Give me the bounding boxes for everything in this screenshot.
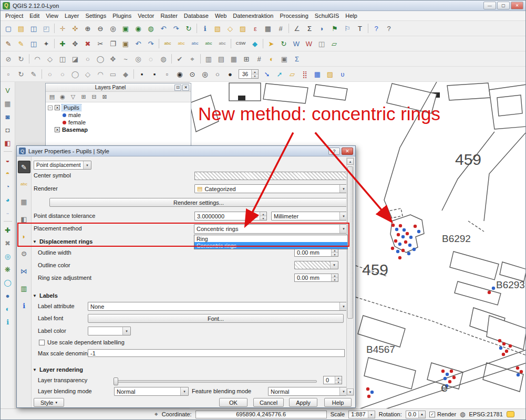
expander-icon[interactable]: − xyxy=(48,106,53,110)
maximize-button[interactable]: ▢ xyxy=(497,2,510,9)
add-group-icon[interactable]: ▤ xyxy=(47,92,57,101)
select-features-icon[interactable]: ▧ xyxy=(211,23,224,34)
menu-vector[interactable]: Vector xyxy=(135,12,157,20)
undo-icon[interactable]: ↶ xyxy=(132,38,145,49)
help-contents-icon[interactable]: ? xyxy=(370,23,383,34)
pan-map-icon[interactable]: ✛ xyxy=(56,23,69,34)
transparency-slider[interactable] xyxy=(114,380,317,383)
filled-dot-icon[interactable]: ● xyxy=(224,68,236,80)
merge-attributes-icon[interactable]: ◯ xyxy=(94,53,107,65)
save-layer-edits-icon[interactable]: ◫ xyxy=(27,38,40,49)
fill-ring-icon[interactable]: ◍ xyxy=(157,53,170,65)
new-shapefile-layer-icon[interactable]: ✚ xyxy=(2,224,14,236)
transparency-slider-handle[interactable] xyxy=(114,377,118,385)
ring-icon-icon[interactable]: ◎ xyxy=(199,68,211,80)
outline-width-spin[interactable]: ▲ ▼ xyxy=(331,249,338,256)
gps-tools-icon[interactable]: ◎ xyxy=(2,250,14,262)
scrollbar-thumb[interactable] xyxy=(347,166,353,319)
zoom-out-icon[interactable]: ⊖ xyxy=(94,23,107,34)
remove-layer-icon[interactable]: ⊠ xyxy=(100,92,109,101)
new-grid-icon[interactable]: # xyxy=(253,53,265,65)
style-menu-button[interactable]: Style ▾ xyxy=(34,398,64,407)
layer-name-basemap[interactable]: Basemap xyxy=(62,127,88,133)
paste-features-icon[interactable]: ▣ xyxy=(119,38,132,49)
renderer-settings-button[interactable]: Renderer settings... xyxy=(49,198,348,207)
rotation-spinbox[interactable]: 0.0 ▲ xyxy=(406,411,426,418)
open-folder-green-icon[interactable]: ▱ xyxy=(328,38,341,49)
spin-down-icon[interactable]: ▼ xyxy=(252,75,258,79)
reshape-features-icon[interactable]: ◇ xyxy=(44,53,56,65)
small-ring-icon[interactable]: ○ xyxy=(211,68,224,80)
image-capture-icon[interactable]: ▣ xyxy=(278,53,291,65)
spin-arrows-icon[interactable]: ▲ xyxy=(418,411,425,418)
distance-unit-combo[interactable]: Millimeter ▾ xyxy=(271,212,348,220)
render-checkbox[interactable]: ✓ xyxy=(429,412,435,417)
orange-grid-tool-icon[interactable]: ▨ xyxy=(324,68,336,80)
shape-diamond-icon[interactable]: ◆ xyxy=(119,68,132,80)
menu-view[interactable]: View xyxy=(43,12,61,20)
label-green-icon[interactable]: abc xyxy=(202,38,215,49)
symbol-scale-arrows[interactable]: ▲ ▼ xyxy=(251,70,258,78)
label-font-button[interactable]: Font... xyxy=(88,314,344,323)
zoom-last-icon[interactable]: ↶ xyxy=(157,23,170,34)
raster-stretch-icon[interactable]: ▤ xyxy=(215,53,228,65)
legend-row-female[interactable]: female xyxy=(63,119,189,126)
label-gray-icon[interactable]: abc xyxy=(215,38,229,49)
metasearch-icon[interactable]: ◆ xyxy=(249,38,261,49)
transparency-spin[interactable]: ▲ ▼ xyxy=(335,376,342,384)
tab-rendering-icon[interactable]: ◧ xyxy=(18,213,30,225)
new-bookmark-icon[interactable]: ⚑ xyxy=(328,23,341,34)
map-tips-icon[interactable]: ◗ xyxy=(316,23,328,34)
zoom-in-icon[interactable]: ⊕ xyxy=(81,23,94,34)
scale-dependent-row[interactable]: Use scale dependent labelling xyxy=(39,339,125,346)
merge-features-icon[interactable]: ○ xyxy=(81,53,94,65)
label-color-button[interactable]: ▾ xyxy=(88,327,131,335)
tab-display-icon[interactable]: ◗ xyxy=(18,230,30,243)
zoom-actual-size-icon[interactable]: ◎ xyxy=(107,23,119,34)
displacement-rings-section[interactable]: ▼ Displacement rings xyxy=(33,238,92,245)
expand-all-icon[interactable]: ⊞ xyxy=(79,92,88,101)
scrollbar-up-icon[interactable]: ▲ xyxy=(347,158,354,165)
layer-name-pupils[interactable]: Pupils xyxy=(62,104,81,111)
minimize-button[interactable]: — xyxy=(483,2,496,9)
menu-raster[interactable]: Raster xyxy=(157,12,180,20)
dropdown-option-ring[interactable]: Ring xyxy=(194,235,347,242)
enable-advanced-digitizing-icon[interactable]: ⊘ xyxy=(2,53,15,65)
field-calculator-icon[interactable]: # xyxy=(274,23,287,34)
tab-joins-icon[interactable]: ⋈ xyxy=(18,265,30,277)
rotate-point-symbols-icon[interactable]: ✥ xyxy=(107,53,119,65)
coordinate-input[interactable]: 695890.4,245776.6 xyxy=(195,411,327,418)
csw-search-icon[interactable]: CSW xyxy=(233,38,249,49)
dialog-titlebar[interactable]: Q Layer Properties - Pupils | Style ? ✕ xyxy=(17,146,355,156)
dialog-scrollbar[interactable]: ▲ ▼ xyxy=(346,158,354,396)
extent-gray-icon[interactable]: ▫ xyxy=(161,68,173,80)
add-delimited-text-layer-icon[interactable]: ,, xyxy=(2,207,14,218)
spin-up-icon[interactable]: ▲ xyxy=(335,376,342,381)
epsg-label[interactable]: EPSG:21781 xyxy=(469,411,503,417)
circle-dot-icon[interactable]: ⊙ xyxy=(186,68,199,80)
new-project-icon[interactable]: ▢ xyxy=(2,23,15,34)
zoom-next-icon[interactable]: ↷ xyxy=(170,23,182,34)
snapping-options-icon[interactable]: ⌖ xyxy=(186,53,199,65)
measure-line-icon[interactable]: ∠ xyxy=(291,23,303,34)
shape-polygon-icon[interactable]: ◇ xyxy=(81,68,94,80)
rotate-feature-icon[interactable]: ↻ xyxy=(15,53,27,65)
lightbulb-tool-icon[interactable]: ◐ xyxy=(265,53,278,65)
clear-value-icon[interactable]: ⊗ xyxy=(254,213,259,219)
transparency-spinbox[interactable]: 0 ▲ ▼ xyxy=(323,376,342,384)
whats-this-icon[interactable]: ? xyxy=(383,23,395,34)
point-distance-input[interactable]: 3.0000000 ⊗ ▲ ▼ xyxy=(194,212,267,220)
spin-down-icon[interactable]: ▼ xyxy=(335,381,342,384)
add-folder-icon[interactable]: ▱ xyxy=(286,68,298,80)
python-plugin-icon[interactable]: ● xyxy=(2,290,14,301)
zoom-to-layer-icon[interactable]: ◍ xyxy=(145,23,157,34)
shape-circle-icon[interactable]: ◯ xyxy=(69,68,81,80)
add-feature-icon[interactable]: ✚ xyxy=(56,38,69,49)
remove-layer-group-icon[interactable]: ✖ xyxy=(2,237,14,249)
help-button[interactable]: Help xyxy=(324,398,352,407)
layer-visibility-icon[interactable]: ◉ xyxy=(58,92,67,101)
add-mssql-layer-icon[interactable]: ◧ xyxy=(2,137,14,149)
labels-section[interactable]: ▼ Labels xyxy=(33,292,58,299)
renderer-combo[interactable]: ▤ Categorized ▾ xyxy=(194,184,348,193)
blue-grid-tool-icon[interactable]: ▦ xyxy=(311,68,324,80)
